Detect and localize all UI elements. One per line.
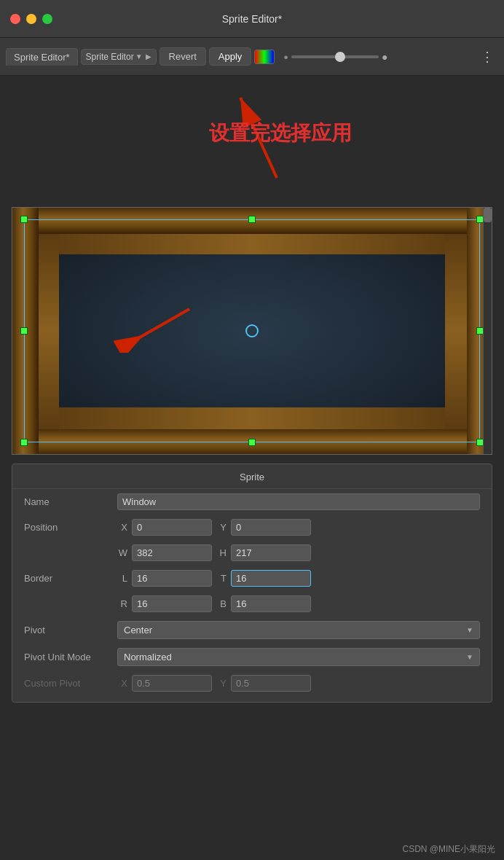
maximize-button[interactable]	[42, 14, 52, 24]
properties-section: Sprite Name Position X Y W H	[0, 464, 504, 703]
position-y-input[interactable]	[231, 519, 311, 536]
panel-title: Sprite	[12, 464, 492, 489]
pivot-label: Pivot	[24, 625, 111, 636]
minimize-button[interactable]	[26, 14, 36, 24]
custom-pivot-label: Custom Pivot	[24, 678, 111, 689]
annotation-text: 设置完选择应用	[209, 120, 352, 147]
sprite-canvas[interactable]	[12, 207, 492, 455]
handle-ml[interactable]	[20, 327, 28, 335]
border-r-input[interactable]	[132, 595, 212, 612]
toolbar-tab[interactable]: Sprite Editor*	[6, 48, 78, 66]
canvas-wrapper	[0, 207, 504, 455]
position-label: Position	[24, 522, 111, 533]
pivot-unit-mode-dropdown[interactable]: Normalized ▼	[117, 648, 480, 666]
attribution: CSDN @MINE小果阳光	[402, 843, 495, 856]
position-x-input[interactable]	[132, 519, 212, 536]
sprite-background	[12, 208, 492, 454]
custom-pivot-x-input[interactable]	[132, 675, 212, 692]
height-input[interactable]	[231, 544, 311, 561]
w-label: W	[117, 547, 127, 558]
border-rb-row: R B	[12, 591, 492, 617]
dropdown-arrow-icon: ▼	[135, 52, 143, 60]
handle-tc[interactable]	[248, 216, 256, 223]
handle-tl[interactable]	[20, 216, 28, 223]
position-fields: X Y	[117, 519, 480, 536]
apply-button[interactable]: Apply	[209, 47, 252, 66]
x-label: X	[117, 522, 127, 533]
size-fields: W H	[117, 544, 480, 561]
toolbar: Sprite Editor* Sprite Editor ▼ ▶ Revert …	[0, 38, 504, 76]
cy-label: Y	[216, 678, 227, 689]
border-l-input[interactable]	[132, 570, 212, 587]
color-mode-icon[interactable]	[254, 50, 275, 64]
handle-bc[interactable]	[248, 439, 256, 446]
border-t-input[interactable]	[231, 570, 311, 587]
border-lt-fields: L T	[117, 570, 480, 587]
properties-panel: Sprite Name Position X Y W H	[12, 464, 492, 703]
l-label: L	[117, 573, 127, 584]
pivot-row: Pivot Center ▼	[12, 617, 492, 644]
traffic-lights	[10, 14, 52, 24]
position-xy-row: Position X Y	[12, 515, 492, 540]
b-label: B	[216, 598, 227, 609]
zoom-max-icon: ●	[382, 51, 387, 63]
pivot-unit-dropdown-arrow-icon: ▼	[466, 653, 473, 661]
window-title: Sprite Editor*	[222, 13, 282, 25]
zoom-min-icon: ●	[283, 52, 288, 61]
close-button[interactable]	[10, 14, 20, 24]
revert-button[interactable]: Revert	[160, 47, 206, 66]
pivot-unit-mode-label: Pivot Unit Mode	[24, 652, 111, 662]
h-label: H	[216, 547, 227, 558]
more-menu-button[interactable]: ⋮	[476, 49, 498, 65]
name-label: Name	[24, 496, 111, 507]
custom-pivot-y-input[interactable]	[231, 675, 311, 692]
chevron-icon: ▶	[146, 52, 151, 60]
zoom-slider[interactable]: ● ●	[283, 51, 387, 63]
editor-dropdown[interactable]: Sprite Editor ▼ ▶	[81, 49, 157, 65]
scrollbar[interactable]	[483, 208, 492, 454]
border-b-input[interactable]	[231, 595, 311, 612]
t-label: T	[216, 573, 227, 584]
border-label: Border	[24, 573, 111, 584]
pivot-dropdown[interactable]: Center ▼	[117, 621, 480, 639]
pivot-dropdown-arrow-icon: ▼	[466, 626, 473, 634]
y-label: Y	[216, 522, 227, 533]
custom-pivot-fields: X Y	[117, 675, 480, 692]
name-input[interactable]	[117, 493, 480, 510]
name-row: Name	[12, 489, 492, 515]
slider-track[interactable]	[291, 55, 379, 58]
scrollbar-thumb[interactable]	[484, 208, 492, 222]
r-label: R	[117, 598, 127, 609]
pivot-circle[interactable]	[245, 324, 259, 337]
position-wh-row: W H	[12, 540, 492, 566]
handle-bl[interactable]	[20, 439, 28, 446]
slider-thumb[interactable]	[335, 52, 345, 62]
custom-pivot-row: Custom Pivot X Y	[12, 671, 492, 696]
pivot-unit-mode-row: Pivot Unit Mode Normalized ▼	[12, 644, 492, 671]
cx-label: X	[117, 678, 127, 689]
border-rb-fields: R B	[117, 595, 480, 612]
width-input[interactable]	[132, 544, 212, 561]
border-lt-row: Border L T	[12, 566, 492, 591]
title-bar: Sprite Editor*	[0, 0, 504, 38]
annotation-area: 设置完选择应用	[0, 76, 504, 207]
